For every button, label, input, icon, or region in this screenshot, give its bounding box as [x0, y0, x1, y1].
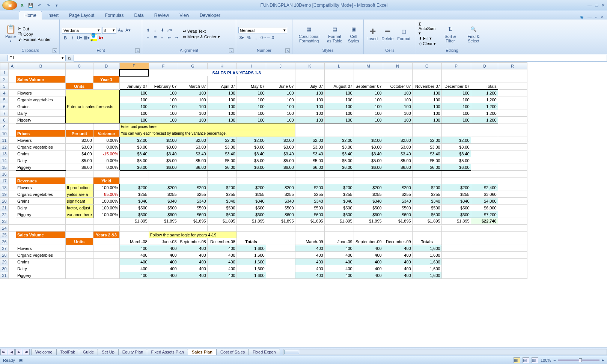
row-header-22[interactable]: 22 [0, 211, 9, 218]
col-header-B[interactable]: B [16, 63, 66, 69]
undo-icon[interactable]: ↶ [36, 2, 43, 9]
col-header-D[interactable]: D [93, 63, 119, 69]
cond-format-button[interactable]: ▦Conditional Formatting [295, 24, 323, 44]
autosum-button[interactable]: Σ AutoSum ▾ [419, 22, 439, 36]
zoom-slider[interactable] [558, 359, 599, 361]
col-header-N[interactable]: N [383, 63, 412, 69]
row-header-16[interactable]: 16 [0, 171, 9, 177]
sheet-tab-equity-plan[interactable]: Equity Plan [118, 349, 148, 355]
col-header-O[interactable]: O [412, 63, 441, 69]
col-header-L[interactable]: L [324, 63, 354, 69]
normal-view-icon[interactable]: ▦ [514, 357, 520, 363]
help-icon[interactable]: ◉ [580, 15, 584, 20]
sort-filter-button[interactable]: ⇅Sort & Filter [440, 24, 461, 44]
underline-icon[interactable]: U▾ [76, 35, 83, 41]
close-icon[interactable]: ✕ [601, 3, 605, 8]
qat-excel-icon[interactable]: X [18, 2, 26, 9]
col-header-R[interactable]: R [498, 63, 527, 69]
row-header-9[interactable]: 9 [0, 123, 9, 130]
zoom-level[interactable]: 100% [541, 358, 551, 362]
orientation-icon[interactable]: ⤢▾ [166, 27, 173, 34]
col-header-E[interactable]: E [119, 63, 149, 69]
tab-formulas[interactable]: Formulas [99, 11, 129, 20]
row-header-27[interactable]: 27 [0, 245, 9, 252]
row-header-28[interactable]: 28 [0, 252, 9, 259]
row-header-8[interactable]: 8 [0, 117, 9, 123]
cut-button[interactable]: ✂Cut [18, 26, 51, 31]
tab-insert[interactable]: Insert [42, 11, 64, 20]
tab-developer[interactable]: Developer [194, 11, 226, 20]
clipboard-launcher[interactable]: ↘ [53, 48, 57, 53]
tab-view[interactable]: View [174, 11, 194, 20]
shrink-font-icon[interactable]: A▾ [125, 27, 131, 34]
tab-nav-first[interactable]: ⏮ [0, 349, 7, 355]
row-header-10[interactable]: 10 [0, 130, 9, 137]
row-header-24[interactable]: 24 [0, 225, 9, 232]
grow-font-icon[interactable]: A▴ [117, 27, 124, 34]
italic-icon[interactable]: I [69, 35, 76, 41]
tab-page-layout[interactable]: Page Layout [64, 11, 99, 20]
row-header-25[interactable]: 25 [0, 232, 9, 238]
maximize-icon[interactable]: ▭ [595, 3, 598, 8]
cell-styles-button[interactable]: ▣Cell Styles [346, 24, 361, 44]
delete-cells-button[interactable]: ➖Delete [380, 27, 395, 42]
row-header-23[interactable]: 23 [0, 218, 9, 225]
sheet-tab-sales-plan[interactable]: Sales Plan [188, 349, 217, 355]
sheet-tab-fixed-expen[interactable]: Fixed Expen [249, 349, 280, 355]
format-painter-button[interactable]: 🖌Format Painter [18, 37, 51, 42]
font-color-icon[interactable]: A▾ [98, 35, 104, 41]
minimize-icon[interactable]: — [587, 3, 592, 8]
row-header-4[interactable]: 4 [0, 90, 9, 96]
col-header-J[interactable]: J [266, 63, 295, 69]
fill-color-icon[interactable]: 🪣▾ [90, 35, 97, 41]
row-header-6[interactable]: 6 [0, 103, 9, 110]
wb-close-icon[interactable]: ✕ [601, 15, 604, 20]
ribbon-minimize-icon[interactable]: — [587, 15, 592, 20]
row-header-26[interactable]: 26 [0, 238, 9, 245]
wb-restore-icon[interactable]: ▫ [595, 15, 597, 20]
redo-icon[interactable]: ↷ [44, 2, 52, 9]
row-header-31[interactable]: 31 [0, 272, 9, 279]
align-middle-icon[interactable]: ↕ [152, 27, 158, 34]
format-cells-button[interactable]: ◫Format [396, 27, 412, 42]
font-launcher[interactable]: ↘ [135, 48, 140, 53]
currency-icon[interactable]: $▾ [238, 34, 245, 41]
number-launcher[interactable]: ↘ [285, 48, 290, 53]
sheet-tab-toolpak[interactable]: ToolPak [56, 349, 79, 355]
find-select-button[interactable]: 🔍Find & Select [462, 24, 485, 44]
row-header-12[interactable]: 12 [0, 144, 9, 150]
row-header-14[interactable]: 14 [0, 157, 9, 164]
alignment-launcher[interactable]: ↘ [229, 48, 233, 53]
qat-customize-icon[interactable]: ▾ [53, 2, 60, 9]
col-header-M[interactable]: M [354, 63, 383, 69]
col-header-G[interactable]: G [178, 63, 207, 69]
font-size-combo[interactable]: 8▾ [102, 27, 116, 34]
row-header-29[interactable]: 29 [0, 259, 9, 265]
row-header-30[interactable]: 30 [0, 265, 9, 272]
comma-icon[interactable]: , [253, 34, 259, 41]
row-header-20[interactable]: 20 [0, 198, 9, 205]
page-break-view-icon[interactable]: ▥ [532, 357, 538, 363]
col-header-H[interactable]: H [207, 63, 236, 69]
row-header-1[interactable]: 1 [0, 69, 9, 76]
worksheet-grid[interactable]: ABCDEFGHIJKLMNOPQR1SALES PLAN YEARS 1-32… [0, 62, 607, 347]
col-header-K[interactable]: K [295, 63, 324, 69]
sheet-tab-welcome[interactable]: Welcome [31, 349, 57, 355]
insert-cells-button[interactable]: ➕Insert [366, 27, 380, 42]
office-button[interactable]: ⊞ [2, 0, 17, 10]
inc-decimal-icon[interactable]: .0→ [260, 34, 267, 41]
row-header-7[interactable]: 7 [0, 110, 9, 117]
clear-button[interactable]: ◇ Clear ▾ [419, 41, 439, 46]
row-header-13[interactable]: 13 [0, 150, 9, 157]
zoom-in-icon[interactable]: + [602, 358, 604, 362]
sheet-tab-cost-of-sales[interactable]: Cost of Sales [216, 349, 249, 355]
row-header-3[interactable]: 3 [0, 83, 9, 90]
row-header-17[interactable]: 17 [0, 177, 9, 184]
zoom-out-icon[interactable]: − [553, 358, 556, 362]
wrap-text-button[interactable]: ↩Wrap Text [183, 29, 220, 34]
indent-dec-icon[interactable]: ⇤ [166, 35, 173, 41]
align-center-icon[interactable]: ≣ [152, 35, 158, 41]
merge-center-button[interactable]: ⬌Merge & Center ▾ [183, 35, 220, 39]
row-header-2[interactable]: 2 [0, 76, 9, 83]
row-header-19[interactable]: 19 [0, 191, 9, 198]
